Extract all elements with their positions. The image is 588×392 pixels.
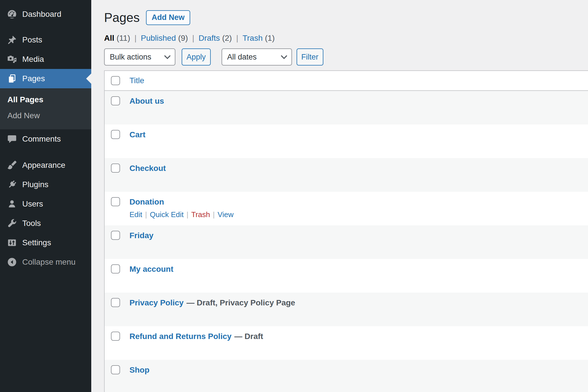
sidebar-item-comments[interactable]: Comments	[0, 129, 91, 149]
row-checkbox[interactable]	[111, 264, 120, 273]
column-header-title[interactable]: Title	[129, 76, 144, 85]
paintbrush-icon	[6, 160, 18, 171]
admin-sidebar: Dashboard Posts Media Pages All Pages Ad…	[0, 0, 91, 392]
page-title-link[interactable]: Privacy Policy	[129, 298, 184, 307]
post-state: — Draft, Privacy Policy Page	[186, 298, 295, 307]
row-checkbox[interactable]	[111, 231, 120, 240]
sidebar-item-label: Plugins	[22, 180, 48, 189]
page-title-link[interactable]: My account	[129, 265, 173, 273]
sidebar-item-label: Dashboard	[22, 10, 61, 19]
dashboard-icon	[6, 9, 18, 20]
table-row: Donation Edit|Quick Edit|Trash|View	[105, 192, 588, 225]
camera-icon	[6, 54, 18, 65]
table-row: Cart	[105, 124, 588, 158]
sliders-icon	[6, 237, 18, 248]
sidebar-item-label: Pages	[22, 74, 45, 83]
filter-link-drafts[interactable]: Drafts(2)	[198, 34, 232, 42]
filter-link-published[interactable]: Published(9)	[141, 34, 188, 42]
select-all-cell	[105, 76, 129, 85]
pages-table: Title About us Cart	[104, 70, 588, 392]
sidebar-item-all-pages[interactable]: All Pages	[0, 92, 91, 108]
row-checkbox[interactable]	[111, 96, 120, 105]
row-checkbox[interactable]	[111, 130, 120, 139]
bulk-actions-select-wrap: Bulk actions	[104, 48, 175, 66]
table-row: My account	[105, 259, 588, 293]
bulk-actions-select[interactable]: Bulk actions	[104, 48, 175, 66]
dates-select-wrap: All dates	[222, 48, 292, 66]
wordpress-admin: Dashboard Posts Media Pages All Pages Ad…	[0, 0, 588, 392]
sidebar-item-label: Tools	[22, 219, 41, 228]
sidebar-item-label: Comments	[22, 134, 61, 144]
wrench-icon	[6, 218, 18, 229]
collapse-menu-label: Collapse menu	[22, 258, 76, 267]
sidebar-item-add-new[interactable]: Add New	[0, 108, 91, 124]
page-title-link[interactable]: Checkout	[129, 164, 166, 173]
filter-separator: |	[135, 34, 137, 43]
menu-separator	[0, 149, 91, 156]
sidebar-item-label: Appearance	[22, 161, 65, 170]
edit-link[interactable]: Edit	[129, 210, 142, 219]
sidebar-item-appearance[interactable]: Appearance	[0, 156, 91, 175]
view-link[interactable]: View	[218, 210, 234, 219]
sidebar-item-label: Posts	[22, 35, 42, 44]
plug-icon	[6, 179, 18, 190]
filter-separator: |	[192, 34, 194, 43]
select-all-checkbox[interactable]	[111, 76, 120, 85]
sidebar-item-dashboard[interactable]: Dashboard	[0, 5, 91, 24]
row-checkbox[interactable]	[111, 298, 120, 307]
row-checkbox[interactable]	[111, 332, 120, 341]
sidebar-item-pages[interactable]: Pages	[0, 69, 91, 88]
page-title-link[interactable]: Refund and Returns Policy	[129, 332, 232, 341]
action-separator: |	[213, 210, 215, 219]
row-actions: Edit|Quick Edit|Trash|View	[129, 210, 588, 219]
row-checkbox[interactable]	[111, 197, 120, 206]
sidebar-item-label: Users	[22, 199, 43, 209]
table-row: Friday	[105, 225, 588, 259]
sidebar-item-media[interactable]: Media	[0, 50, 91, 69]
sidebar-item-posts[interactable]: Posts	[0, 30, 91, 50]
page-title-link[interactable]: Shop	[129, 366, 149, 374]
sidebar-item-plugins[interactable]: Plugins	[0, 175, 91, 194]
filter-button[interactable]: Filter	[297, 48, 323, 66]
quick-edit-link[interactable]: Quick Edit	[150, 210, 184, 219]
action-separator: |	[186, 210, 188, 219]
table-row: About us	[105, 91, 588, 124]
comment-bubble-icon	[6, 133, 18, 145]
page-title-link[interactable]: Friday	[129, 231, 153, 240]
page-title-link[interactable]: Donation	[129, 197, 164, 206]
table-row: Refund and Returns Policy— Draft	[105, 326, 588, 360]
table-header-row: Title	[105, 71, 588, 91]
sidebar-item-settings[interactable]: Settings	[0, 233, 91, 252]
filter-link-all[interactable]: All(11)	[104, 34, 130, 42]
apply-button[interactable]: Apply	[182, 48, 211, 66]
table-row: Shop	[105, 360, 588, 392]
table-body: About us Cart Checkout	[105, 91, 588, 392]
pushpin-icon	[6, 34, 18, 46]
status-filter-links: All(11) | Published(9) | Drafts(2) | Tra…	[104, 34, 588, 43]
table-row: Checkout	[105, 158, 588, 192]
dates-select[interactable]: All dates	[222, 48, 292, 66]
collapse-menu-button[interactable]: Collapse menu	[0, 252, 91, 272]
menu-separator	[0, 24, 91, 30]
page-title: Pages	[104, 11, 140, 24]
add-new-button[interactable]: Add New	[146, 10, 190, 25]
row-checkbox[interactable]	[111, 164, 120, 173]
filter-link-trash[interactable]: Trash(1)	[242, 34, 275, 42]
page-title-link[interactable]: Cart	[129, 130, 145, 139]
list-toolbar: Bulk actions Apply All dates Filter	[104, 48, 588, 66]
sidebar-item-tools[interactable]: Tools	[0, 214, 91, 233]
sidebar-item-label: Media	[22, 55, 44, 64]
pages-submenu: All Pages Add New	[0, 88, 91, 129]
sidebar-item-users[interactable]: Users	[0, 194, 91, 214]
row-checkbox[interactable]	[111, 365, 120, 374]
post-state: — Draft	[234, 332, 263, 341]
page-header: Pages Add New	[104, 10, 588, 25]
table-row: Privacy Policy— Draft, Privacy Policy Pa…	[105, 293, 588, 326]
sidebar-item-label: Settings	[22, 238, 51, 247]
content-area: Pages Add New All(11) | Published(9) | D…	[91, 0, 588, 392]
trash-link[interactable]: Trash	[191, 210, 210, 219]
page-title-link[interactable]: About us	[129, 97, 164, 105]
action-separator: |	[145, 210, 147, 219]
pages-icon	[6, 73, 18, 84]
user-icon	[6, 198, 18, 210]
